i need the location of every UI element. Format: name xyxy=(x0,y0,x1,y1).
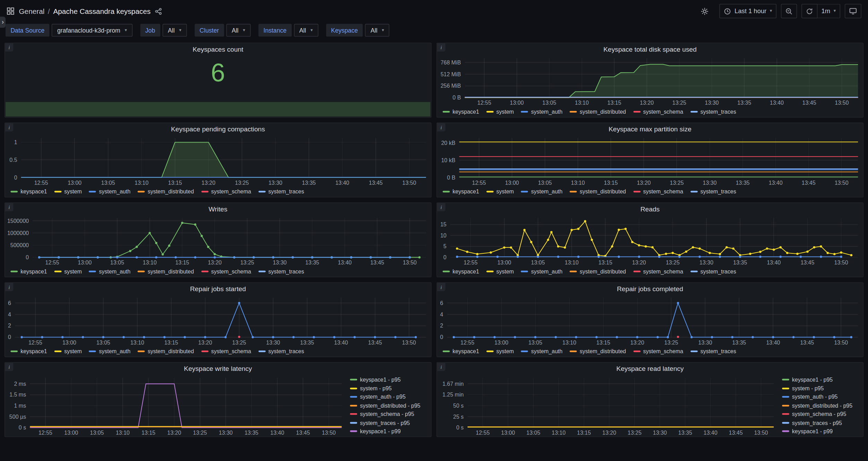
filter-value-dropdown[interactable]: All▾ xyxy=(162,24,187,37)
legend-item[interactable]: system_schema - p95 xyxy=(782,411,861,417)
legend-item[interactable]: system_distributed xyxy=(138,268,194,275)
legend-item[interactable]: keyspace1 - p95 xyxy=(350,376,429,383)
legend-item[interactable]: keyspace1 xyxy=(443,189,479,195)
legend-item[interactable]: system_traces xyxy=(691,348,736,355)
legend-item[interactable]: system_schema xyxy=(633,189,683,195)
dashboards-grid-icon[interactable] xyxy=(7,7,14,15)
filter-label[interactable]: Instance xyxy=(259,24,292,37)
panel-title[interactable]: Keyspace total disk space used xyxy=(437,43,863,54)
panel-info-icon[interactable]: i xyxy=(437,283,445,291)
panel-info-icon[interactable]: i xyxy=(5,123,13,131)
legend-item[interactable]: system_auth xyxy=(521,268,563,275)
legend-item[interactable]: system_auth - p95 xyxy=(782,394,861,400)
legend-item[interactable]: keyspace1 xyxy=(443,268,479,275)
legend-item[interactable]: system_schema xyxy=(633,109,683,115)
filter-value-dropdown[interactable]: All▾ xyxy=(226,24,251,37)
max-partition-size-chart[interactable]: 0 B10 kB20 kB12:5513:0013:0513:1013:1513… xyxy=(437,134,863,186)
legend-item[interactable]: keyspace1 xyxy=(10,268,47,275)
legend-item[interactable]: system_distributed xyxy=(570,268,626,275)
reads-chart[interactable]: 05101512:5513:0013:0513:1013:1513:2013:2… xyxy=(437,214,863,266)
legend-item[interactable]: system xyxy=(54,268,82,275)
legend-item[interactable]: system xyxy=(54,348,82,355)
repair-jobs-started-chart[interactable]: 024612:5513:0013:0513:1013:1513:2013:251… xyxy=(5,294,431,346)
legend-item[interactable]: system_schema xyxy=(633,268,683,275)
panel-title[interactable]: Keyspace write latency xyxy=(5,363,431,374)
legend-item[interactable]: system_auth xyxy=(89,189,131,195)
filter-label[interactable]: Cluster xyxy=(194,24,224,37)
legend-item[interactable]: system_distributed xyxy=(138,348,194,355)
legend-item[interactable]: system_distributed xyxy=(570,189,626,195)
breadcrumb-folder[interactable]: General xyxy=(19,7,44,15)
legend-item[interactable]: system_schema xyxy=(633,348,683,355)
panel-info-icon[interactable]: i xyxy=(5,283,13,291)
legend-item[interactable]: keyspace1 xyxy=(10,189,47,195)
legend-item[interactable]: system_auth xyxy=(521,348,563,355)
legend-item[interactable]: system xyxy=(486,348,514,355)
zoom-out-button[interactable] xyxy=(781,4,797,18)
panel-info-icon[interactable]: i xyxy=(437,363,445,371)
legend-item[interactable]: system xyxy=(486,268,514,275)
panel-title[interactable]: Reads xyxy=(437,203,863,214)
pending-compactions-chart[interactable]: 00.5112:5513:0013:0513:1013:1513:2013:25… xyxy=(5,134,431,186)
legend-item[interactable]: keyspace1 xyxy=(10,348,47,355)
legend-item[interactable]: system_distributed - p95 xyxy=(350,402,429,409)
refresh-interval-picker[interactable]: 1m ▾ xyxy=(817,4,840,18)
legend-item[interactable]: system xyxy=(486,109,514,115)
legend-item[interactable]: system_traces xyxy=(691,189,736,195)
panel-title[interactable]: Writes xyxy=(5,203,431,214)
legend-item[interactable]: system - p95 xyxy=(350,385,429,391)
panel-info-icon[interactable]: i xyxy=(437,203,445,211)
legend-item[interactable]: keyspace1 - p95 xyxy=(782,376,861,383)
legend-item[interactable]: system_traces xyxy=(258,268,304,275)
filter-label[interactable]: Keyspace xyxy=(326,24,363,37)
filter-label[interactable]: Data Source xyxy=(6,24,50,37)
time-range-picker[interactable]: Last 1 hour ▾ xyxy=(720,4,776,18)
legend-item[interactable]: system_auth xyxy=(89,268,131,275)
legend-item[interactable]: keyspace1 xyxy=(443,109,479,115)
legend-item[interactable]: system_auth xyxy=(89,348,131,355)
panel-info-icon[interactable]: i xyxy=(5,363,13,371)
panel-info-icon[interactable]: i xyxy=(5,203,13,211)
writes-chart[interactable]: 05000001000000150000012:5513:0013:0513:1… xyxy=(5,214,431,266)
legend-item[interactable]: keyspace1 xyxy=(443,348,479,355)
legend-item[interactable]: system_schema - p95 xyxy=(350,411,429,417)
refresh-button[interactable] xyxy=(801,4,817,18)
panel-title[interactable]: Repair jobs completed xyxy=(437,283,863,294)
disk-space-chart[interactable]: 0 B256 MiB512 MiB768 MiB12:5513:0013:051… xyxy=(437,54,863,106)
legend-item[interactable]: system_auth xyxy=(521,189,563,195)
legend-item[interactable]: keyspace1 - p99 xyxy=(782,428,861,434)
filter-value-dropdown[interactable]: All▾ xyxy=(294,24,318,37)
legend-item[interactable]: system_schema xyxy=(201,348,251,355)
dashboard-settings-button[interactable] xyxy=(698,4,712,18)
legend-item[interactable]: system_distributed - p95 xyxy=(782,402,861,409)
legend-item[interactable]: system xyxy=(486,189,514,195)
filter-value-dropdown[interactable]: All▾ xyxy=(365,24,390,37)
legend-item[interactable]: system_distributed xyxy=(570,348,626,355)
read-latency-chart[interactable]: 0 s25 s50 s1.25 min1.67 min12:5513:0013:… xyxy=(437,374,779,436)
panel-title[interactable]: Keyspace max partition size xyxy=(437,123,863,134)
legend-item[interactable]: system_distributed xyxy=(138,189,194,195)
legend-item[interactable]: system xyxy=(54,189,82,195)
legend-item[interactable]: system_schema xyxy=(201,268,251,275)
cycle-view-mode-button[interactable] xyxy=(845,4,861,18)
legend-item[interactable]: system_auth xyxy=(521,109,563,115)
panel-info-icon[interactable]: i xyxy=(437,43,445,52)
filter-label[interactable]: Job xyxy=(140,24,160,37)
share-icon[interactable] xyxy=(155,8,162,15)
filter-value-dropdown[interactable]: grafanacloud-k3d-prom▾ xyxy=(52,24,132,37)
legend-item[interactable]: system_distributed xyxy=(570,109,626,115)
legend-item[interactable]: system_traces xyxy=(691,109,736,115)
write-latency-chart[interactable]: 0 s500 µs1 ms1.5 ms2 ms12:5513:0013:0513… xyxy=(5,374,347,436)
legend-item[interactable]: system_traces xyxy=(691,268,736,275)
legend-item[interactable]: system - p95 xyxy=(782,385,861,391)
legend-item[interactable]: system_traces - p95 xyxy=(350,419,429,426)
panel-info-icon[interactable]: i xyxy=(437,123,445,131)
panel-title[interactable]: Keyspace pending compactions xyxy=(5,123,431,134)
panel-title[interactable]: Keyspace read latency xyxy=(437,363,863,374)
legend-item[interactable]: system_auth - p95 xyxy=(350,394,429,400)
legend-item[interactable]: system_traces xyxy=(258,189,304,195)
legend-item[interactable]: system_schema xyxy=(201,189,251,195)
sidebar-expand-arrow[interactable]: › xyxy=(0,17,6,28)
panel-title[interactable]: Keyspaces count xyxy=(5,43,431,54)
panel-title[interactable]: Repair jobs started xyxy=(5,283,431,294)
